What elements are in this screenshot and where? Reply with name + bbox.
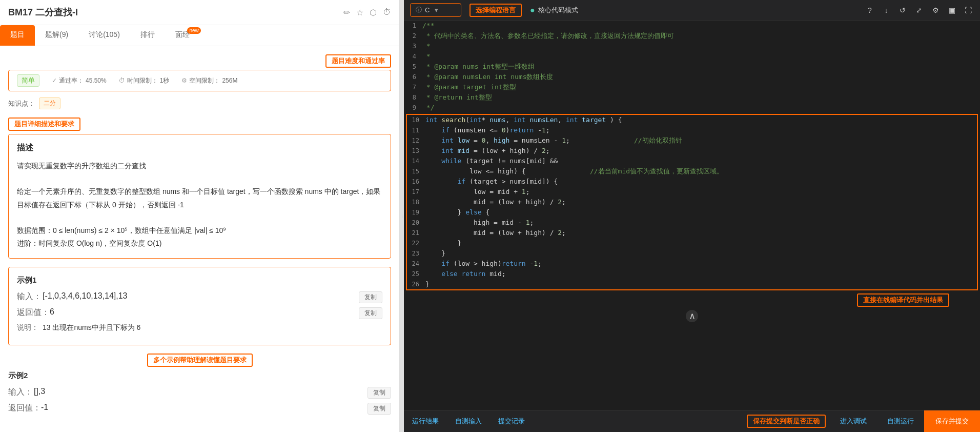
- example2-input-label: 输入：: [8, 387, 34, 398]
- code-line-5: 5 * @param nums int整型一维数组: [404, 62, 980, 72]
- example-annotation: 多个示例帮助理解读懂题目要求: [147, 354, 253, 367]
- chevron-down-icon: ▾: [435, 6, 438, 14]
- example1-output-row: 返回值： 6 复制: [17, 307, 382, 319]
- space-limit: ⚙ 空间限制： 256M: [181, 76, 237, 85]
- tab-interview-wrapper: 面经 new: [165, 25, 200, 46]
- scroll-up-btn[interactable]: ∧: [686, 310, 698, 322]
- code-line-1: 1 /**: [404, 21, 980, 31]
- pass-rate-value: 45.50%: [86, 77, 107, 84]
- settings-icon[interactable]: ⚙: [930, 6, 941, 14]
- example1-input-row: 输入： [-1,0,3,4,6,10,13,14],13 复制: [17, 291, 382, 303]
- edit-icon[interactable]: ✏: [343, 8, 350, 17]
- layout-icon[interactable]: ▣: [946, 6, 957, 14]
- code-line-2: 2 * 代码中的类名、方法名、参数名已经指定，请勿修改，直接返回方法规定的值即可: [404, 31, 980, 41]
- desc-line3: 给定一个元素升序的、无重复数字的整型数组 nums 和一个目标值 target，…: [17, 185, 382, 211]
- code-editor-area: 1 /** 2 * 代码中的类名、方法名、参数名已经指定，请勿修改，直接返回方法…: [404, 21, 980, 410]
- time-limit-value: 1秒: [160, 76, 170, 85]
- desc-line1: 请实现无重复数字的升序数组的二分查找: [17, 160, 382, 172]
- share-icon[interactable]: ⬡: [370, 8, 377, 17]
- code-line-3: 3 *: [404, 41, 980, 51]
- code-line-14: 14 while (target != nums[mid] &&: [407, 156, 977, 166]
- self-test-btn[interactable]: 自测运行: [877, 411, 924, 431]
- memory-icon: ⚙: [181, 77, 187, 84]
- code-line-9: 9 */: [404, 103, 980, 113]
- code-line-6: 6 * @param numsLen int nums数组长度: [404, 72, 980, 82]
- code-line-10: 10 int search(int* nums, int numsLen, in…: [407, 115, 977, 125]
- debug-btn[interactable]: 进入调试: [830, 411, 877, 431]
- example2-input-value: [],3: [34, 387, 45, 396]
- code-editor[interactable]: 1 /** 2 * 代码中的类名、方法名、参数名已经指定，请勿修改，直接返回方法…: [404, 21, 980, 291]
- download-icon[interactable]: ↓: [881, 6, 892, 14]
- clock-icon: ⏱: [119, 77, 125, 84]
- expand-icon[interactable]: ⤢: [913, 6, 925, 14]
- compile-annotation-container: 直接在线编译代码并出结果: [404, 291, 980, 308]
- code-line-8: 8 * @return int整型: [404, 92, 980, 103]
- example2-input-row: 输入： [],3 复制: [8, 387, 391, 399]
- help-icon[interactable]: ?: [864, 6, 875, 14]
- code-line-21: 21 mid = (low + high) / 2;: [407, 228, 977, 238]
- example2-output-content: 返回值： -1: [8, 403, 48, 414]
- mode-container: ● 核心代码模式: [530, 6, 578, 15]
- time-limit-label: 时间限制：: [127, 76, 158, 85]
- scroll-up-container: ∧: [404, 308, 980, 324]
- example1-box: 示例1 输入： [-1,0,3,4,6,10,13,14],13 复制 返回值：…: [8, 267, 391, 345]
- tab-solution[interactable]: 题解(9): [35, 25, 78, 46]
- example2-output-label: 返回值：: [8, 403, 41, 414]
- pass-rate: ✓ 通过率： 45.50%: [52, 76, 107, 85]
- panel-resizer[interactable]: ···: [400, 0, 404, 432]
- example1-desc-row: 说明： 13 出现在nums中并且下标为 6: [17, 323, 382, 332]
- code-line-24: 24 if (low > high)return -1;: [407, 259, 977, 269]
- example2-copy-input-btn[interactable]: 复制: [368, 387, 391, 399]
- code-line-12: 12 int low = 0, high = numsLen - 1; //初始…: [407, 135, 977, 146]
- lang-dot: ●: [530, 6, 535, 15]
- desc-line6: 进阶：时间复杂度 O(log n)，空间复杂度 O(1): [17, 237, 382, 250]
- info-icon[interactable]: ⏱: [383, 8, 391, 17]
- pass-rate-label: 通过率：: [59, 76, 84, 85]
- star-icon[interactable]: ☆: [356, 8, 363, 17]
- new-badge: new: [187, 27, 200, 34]
- knowledge-point: 知识点： 二分: [8, 97, 391, 109]
- code-line-19: 19 } else {: [407, 207, 977, 218]
- tab-problem[interactable]: 题目: [0, 25, 35, 46]
- language-selector[interactable]: ⓘ C ▾: [410, 3, 461, 17]
- code-line-20: 20 high = mid - 1;: [407, 218, 977, 228]
- example1-input-value: [-1,0,3,4,6,10,13,14],13: [43, 291, 127, 301]
- tab-rank[interactable]: 排行: [130, 25, 165, 46]
- example2-input-content: 输入： [],3: [8, 387, 45, 398]
- difficulty-level: 简单: [17, 74, 39, 87]
- mode-label: 核心代码模式: [538, 6, 578, 15]
- code-line-22: 22 }: [407, 238, 977, 248]
- left-content: 题目难度和通过率 简单 ✓ 通过率： 45.50% ⏱ 时间限制： 1秒 ⚙: [0, 46, 399, 432]
- code-line-23: 23 }: [407, 248, 977, 259]
- example2-copy-output-btn[interactable]: 复制: [368, 403, 391, 415]
- code-line-13: 13 int mid = (low + high) / 2;: [407, 146, 977, 156]
- example1-desc-label: 说明：: [17, 323, 43, 332]
- desc-line5: 数据范围：0 ≤ len(nums) ≤ 2 × 10⁵，数组中任意值满足 |v…: [17, 224, 382, 237]
- tab-discussion[interactable]: 讨论(105): [78, 25, 130, 46]
- code-line-15: 15 low <= high) { //若当前mid值不为查找值，更新查找区域。: [407, 166, 977, 176]
- tab-submit-history[interactable]: 提交记录: [490, 411, 533, 431]
- submit-btn[interactable]: 保存并提交: [924, 410, 980, 432]
- example1-copy-output-btn[interactable]: 复制: [359, 307, 382, 319]
- difficulty-bar: 简单 ✓ 通过率： 45.50% ⏱ 时间限制： 1秒 ⚙ 空间限制： 256M: [8, 70, 391, 91]
- refresh-icon[interactable]: ↺: [897, 6, 908, 14]
- code-line-25: 25 else return mid;: [407, 269, 977, 279]
- code-line-16: 16 if (target > nums[mid]) {: [407, 176, 977, 187]
- example1-title: 示例1: [17, 276, 382, 285]
- editor-toolbar: ? ↓ ↺ ⤢ ⚙ ▣ ⛶: [864, 6, 974, 14]
- description-title: 描述: [17, 143, 382, 153]
- example1-copy-input-btn[interactable]: 复制: [359, 291, 382, 303]
- right-panel: ⓘ C ▾ 选择编程语言 ● 核心代码模式 ? ↓ ↺ ⤢ ⚙ ▣ ⛶: [404, 0, 980, 432]
- example1-output-content: 返回值： 6: [17, 307, 54, 318]
- code-line-4: 4 *: [404, 51, 980, 62]
- tab-custom-input[interactable]: 自测输入: [447, 411, 490, 431]
- difficulty-annotation: 题目难度和通过率: [325, 54, 391, 68]
- problem-title: BM17 二分查找-I: [8, 6, 78, 18]
- tab-run-result[interactable]: 运行结果: [404, 411, 447, 431]
- fullscreen-icon[interactable]: ⛶: [963, 6, 974, 14]
- compile-annotation: 直接在线编译代码并出结果: [857, 293, 949, 307]
- code-line-17: 17 low = mid + 1;: [407, 187, 977, 197]
- language-label: C: [425, 6, 430, 14]
- problem-header: BM17 二分查找-I ✏ ☆ ⬡ ⏱: [0, 0, 399, 25]
- knowledge-tag: 二分: [39, 97, 60, 109]
